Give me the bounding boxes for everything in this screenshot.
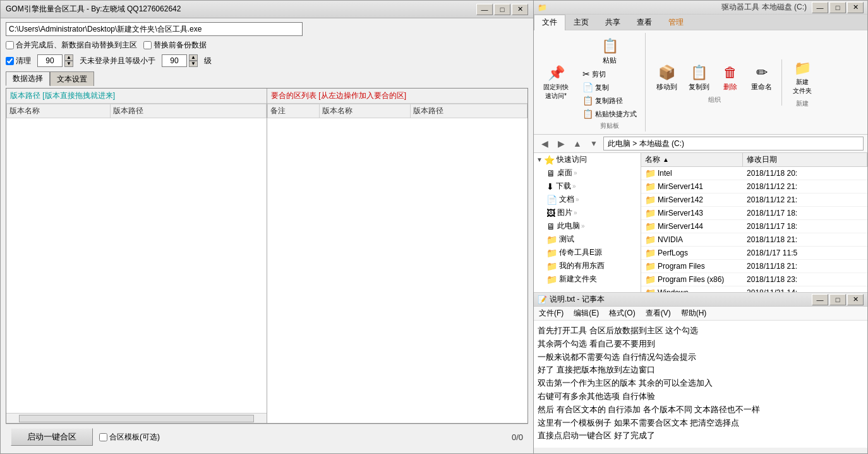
bottom-bar: 启动一键合区 合区模板(可选) 0/0: [6, 424, 528, 450]
tree-item-desktop[interactable]: 🖥 桌面 »: [534, 166, 641, 180]
list-item[interactable]: 📁 PerfLogs 2018/1/17 11:5: [641, 247, 867, 260]
rename-button[interactable]: ✏ 重命名: [747, 61, 776, 94]
level-value-input[interactable]: [162, 54, 187, 67]
auto-replace-label: 合并完成后、新数据自动替换到主区: [16, 40, 137, 51]
nav-tree[interactable]: ▼ ⭐ 快速访问 🖥 桌面 » ⬇ 下载 » 📄 文档 » 🖼 图片: [534, 153, 641, 292]
list-item[interactable]: 📁 MirServer142 2018/11/12 21:: [641, 193, 867, 207]
paste-shortcut-button[interactable]: 📋 粘贴快捷方式: [579, 107, 640, 120]
left-table-scroll[interactable]: 版本名称 版本路径: [6, 104, 267, 413]
tree-item-documents[interactable]: 📄 文档 »: [534, 193, 641, 206]
clean-decrement-button[interactable]: ▼: [64, 61, 73, 67]
folder-icon: 📁: [645, 208, 656, 218]
level-increment-button[interactable]: ▲: [189, 54, 198, 61]
backup-checkbox-label[interactable]: 替换前备份数据: [143, 40, 207, 51]
tree-test-label: 测试: [559, 234, 574, 245]
list-item[interactable]: 📁 MirServer141 2018/11/12 21:: [641, 180, 867, 193]
pin-to-quick-access-button[interactable]: 📌 固定到快速访问*: [539, 61, 573, 103]
file-list[interactable]: 名称 ▲ 修改日期 📁 Intel 2018/11/18 20: 📁 MirSe…: [641, 153, 867, 292]
file-name-cell: 📁 NVIDIA: [641, 234, 743, 245]
menu-file[interactable]: 文件(F): [534, 307, 569, 320]
ribbon-tab-home[interactable]: 主页: [565, 15, 597, 30]
paste-button[interactable]: 📋 粘贴: [596, 34, 624, 68]
tree-item-quick-access[interactable]: ▼ ⭐ 快速访问: [534, 153, 641, 166]
address-input[interactable]: [603, 137, 864, 150]
move-to-button[interactable]: 📦 移动到: [652, 61, 682, 94]
tab-text-settings[interactable]: 文本设置: [50, 71, 94, 86]
ribbon-tab-view[interactable]: 查看: [629, 15, 660, 30]
new-folder-button[interactable]: 📁 新建文件夹: [788, 56, 816, 98]
explorer-close-button[interactable]: ✕: [847, 2, 864, 13]
tab-data-select[interactable]: 数据选择: [6, 71, 50, 86]
auto-replace-checkbox[interactable]: [6, 41, 14, 49]
menu-view[interactable]: 查看(V): [641, 307, 676, 320]
back-button[interactable]: ◀: [538, 137, 552, 150]
tree-item-downloads[interactable]: ⬇ 下载 »: [534, 180, 641, 193]
clean-checkbox[interactable]: [6, 57, 14, 65]
tree-item-tools[interactable]: 📁 传奇工具E源: [534, 246, 641, 259]
menu-help[interactable]: 帮助(H): [676, 307, 712, 320]
file-date-cell: 2018/11/18 21:: [743, 235, 867, 245]
new-folder-label: 新建文件夹: [793, 78, 812, 95]
options-row-1: 合并完成后、新数据自动替换到主区 替换前备份数据: [6, 40, 528, 51]
tree-item-pictures[interactable]: 🖼 图片 »: [534, 206, 641, 219]
forward-button[interactable]: ▶: [554, 137, 568, 150]
list-item[interactable]: 📁 MirServer143 2018/11/17 18:: [641, 207, 867, 220]
tree-item-new-folder[interactable]: 📁 新建文件夹: [534, 273, 641, 286]
delete-button[interactable]: 🗑 删除: [716, 61, 744, 94]
template-checkbox[interactable]: [99, 433, 107, 441]
clean-increment-button[interactable]: ▲: [64, 54, 73, 61]
path-input[interactable]: [6, 22, 303, 36]
auto-replace-checkbox-label[interactable]: 合并完成后、新数据自动替换到主区: [6, 40, 137, 51]
list-item[interactable]: 📁 Windows 2018/11/21 14:: [641, 286, 867, 292]
col-date-header[interactable]: 修改日期: [743, 153, 867, 166]
copy-to-button[interactable]: 📋 复制到: [684, 61, 714, 94]
tree-item-thispc[interactable]: 🖥 此电脑 »: [534, 219, 641, 233]
close-button[interactable]: ✕: [512, 4, 528, 15]
list-item[interactable]: 📁 Intel 2018/11/18 20:: [641, 167, 867, 180]
menu-edit[interactable]: 编辑(E): [569, 307, 604, 320]
notepad-close-button[interactable]: ✕: [847, 294, 864, 305]
maximize-button[interactable]: □: [494, 4, 510, 15]
col-name-header[interactable]: 名称 ▲: [641, 153, 743, 166]
list-item[interactable]: 📁 NVIDIA 2018/11/18 21:: [641, 233, 867, 247]
folder-icon: 📁: [645, 181, 656, 192]
left-panel: GOM引擎批量合区工具 - By:左晓域 QQ1276062642 — □ ✕ …: [0, 0, 534, 454]
file-name-cell: 📁 MirServer144: [641, 221, 743, 232]
tree-item-test[interactable]: 📁 测试: [534, 233, 641, 246]
notepad-line: 这里有一个模板例子 如果不需要合区文本 把清空选择点: [538, 417, 864, 430]
backup-checkbox[interactable]: [143, 41, 152, 49]
up-button[interactable]: ▲: [570, 137, 584, 150]
notepad-minimize-button[interactable]: —: [812, 294, 828, 305]
file-date-cell: 2018/11/18 21:: [743, 261, 867, 271]
delete-label: 删除: [723, 82, 737, 92]
notepad-maximize-button[interactable]: □: [829, 294, 846, 305]
clean-checkbox-label[interactable]: 清理: [6, 56, 31, 66]
tree-item-useful[interactable]: 📁 我的有用东西: [534, 259, 641, 273]
start-merge-button[interactable]: 启动一键合区: [11, 428, 93, 446]
copy-button[interactable]: 📄 复制: [579, 81, 640, 94]
list-item[interactable]: 📁 Program Files (x86) 2018/11/18 23:: [641, 273, 867, 286]
notepad-line: 双击第一个作为主区的版本 其余的可以全选加入: [538, 377, 864, 390]
ribbon-tab-file[interactable]: 文件: [534, 15, 565, 30]
left-h-scrollbar[interactable]: [19, 415, 254, 422]
recent-button[interactable]: ▼: [587, 137, 601, 150]
quick-access-icon: ⭐: [544, 155, 555, 165]
notepad-window-controls: — □ ✕: [812, 294, 864, 305]
minimize-button[interactable]: —: [476, 4, 493, 15]
copy-path-button[interactable]: 📋 复制路径: [579, 94, 640, 107]
clean-value-input[interactable]: [37, 54, 63, 67]
list-item[interactable]: 📁 MirServer144 2018/11/17 18:: [641, 220, 867, 233]
tree-toggle: ▼: [535, 156, 544, 164]
ribbon-tab-share[interactable]: 共享: [597, 15, 629, 30]
cut-button[interactable]: ✂ 剪切: [579, 68, 640, 80]
level-decrement-button[interactable]: ▼: [189, 61, 198, 67]
ribbon-tab-manage[interactable]: 管理: [660, 15, 692, 30]
list-item[interactable]: 📁 Program Files 2018/11/18 21:: [641, 260, 867, 273]
left-table-area: 版本路径 [版本直接拖拽就进来] 版本名称 版本路径: [6, 89, 267, 423]
template-checkbox-label[interactable]: 合区模板(可选): [99, 432, 160, 443]
explorer-maximize-button[interactable]: □: [829, 2, 846, 13]
right-table-scroll[interactable]: 备注 版本名称 版本路径: [267, 104, 527, 423]
explorer-minimize-button[interactable]: —: [812, 2, 828, 13]
menu-format[interactable]: 格式(O): [604, 307, 640, 320]
notepad-content: 首先打开工具 合区后放数据到主区 这个勾选其余两个勾选 看自己要不要用到一般来说…: [534, 321, 867, 448]
